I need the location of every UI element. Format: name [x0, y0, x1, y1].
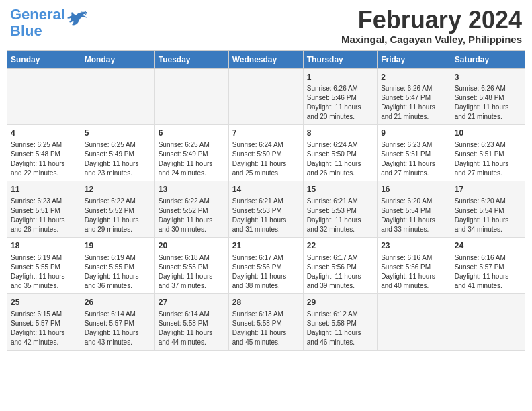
day-info: Sunrise: 6:12 AM Sunset: 5:58 PM Dayligh…	[307, 310, 373, 347]
day-cell: 13Sunrise: 6:22 AM Sunset: 5:52 PM Dayli…	[154, 181, 228, 238]
day-number: 10	[455, 128, 521, 139]
day-info: Sunrise: 6:25 AM Sunset: 5:49 PM Dayligh…	[85, 140, 151, 178]
day-info: Sunrise: 6:23 AM Sunset: 5:51 PM Dayligh…	[11, 197, 77, 234]
day-number: 28	[232, 297, 300, 308]
day-number: 19	[85, 240, 151, 252]
week-row-2: 4Sunrise: 6:25 AM Sunset: 5:48 PM Daylig…	[7, 125, 525, 181]
day-cell	[7, 68, 81, 125]
day-cell	[451, 293, 525, 350]
day-cell	[81, 68, 154, 125]
day-cell	[378, 293, 451, 350]
calendar-table: SundayMondayTuesdayWednesdayThursdayFrid…	[7, 50, 525, 351]
day-info: Sunrise: 6:13 AM Sunset: 5:58 PM Dayligh…	[232, 310, 300, 347]
day-cell: 3Sunrise: 6:26 AM Sunset: 5:48 PM Daylig…	[451, 68, 525, 125]
day-info: Sunrise: 6:26 AM Sunset: 5:46 PM Dayligh…	[307, 84, 373, 122]
day-number: 24	[455, 240, 521, 252]
day-cell: 26Sunrise: 6:14 AM Sunset: 5:57 PM Dayli…	[81, 293, 154, 350]
day-cell: 17Sunrise: 6:20 AM Sunset: 5:54 PM Dayli…	[451, 181, 525, 238]
header-cell-thursday: Thursday	[303, 50, 377, 68]
day-cell: 28Sunrise: 6:13 AM Sunset: 5:58 PM Dayli…	[228, 293, 303, 350]
day-cell: 24Sunrise: 6:16 AM Sunset: 5:57 PM Dayli…	[451, 237, 525, 293]
page-header: General Blue February 2024 Maxingal, Cag…	[7, 7, 525, 45]
day-number: 4	[11, 128, 77, 139]
header-cell-sunday: Sunday	[7, 50, 81, 68]
day-info: Sunrise: 6:22 AM Sunset: 5:52 PM Dayligh…	[85, 197, 151, 234]
day-cell: 10Sunrise: 6:23 AM Sunset: 5:51 PM Dayli…	[451, 125, 525, 181]
day-info: Sunrise: 6:19 AM Sunset: 5:55 PM Dayligh…	[85, 253, 151, 291]
day-info: Sunrise: 6:24 AM Sunset: 5:50 PM Dayligh…	[232, 140, 300, 178]
day-info: Sunrise: 6:23 AM Sunset: 5:51 PM Dayligh…	[381, 140, 447, 178]
day-info: Sunrise: 6:24 AM Sunset: 5:50 PM Dayligh…	[307, 140, 373, 178]
day-number: 16	[381, 184, 447, 195]
day-cell: 6Sunrise: 6:25 AM Sunset: 5:49 PM Daylig…	[154, 125, 228, 181]
day-info: Sunrise: 6:16 AM Sunset: 5:56 PM Dayligh…	[381, 253, 447, 291]
header-cell-tuesday: Tuesday	[154, 50, 228, 68]
day-number: 9	[381, 128, 447, 139]
title-section: February 2024 Maxingal, Cagayan Valley, …	[341, 7, 522, 45]
day-cell: 18Sunrise: 6:19 AM Sunset: 5:55 PM Dayli…	[7, 237, 81, 293]
day-info: Sunrise: 6:20 AM Sunset: 5:54 PM Dayligh…	[455, 197, 521, 234]
day-info: Sunrise: 6:14 AM Sunset: 5:57 PM Dayligh…	[85, 310, 151, 347]
day-info: Sunrise: 6:26 AM Sunset: 5:47 PM Dayligh…	[381, 84, 447, 122]
day-info: Sunrise: 6:15 AM Sunset: 5:57 PM Dayligh…	[11, 310, 77, 347]
day-info: Sunrise: 6:21 AM Sunset: 5:53 PM Dayligh…	[232, 197, 300, 234]
day-info: Sunrise: 6:17 AM Sunset: 5:56 PM Dayligh…	[232, 253, 300, 291]
day-number: 26	[85, 297, 151, 308]
day-number: 17	[455, 184, 521, 195]
day-number: 5	[85, 128, 151, 139]
week-row-3: 11Sunrise: 6:23 AM Sunset: 5:51 PM Dayli…	[7, 181, 525, 238]
day-cell	[154, 68, 228, 125]
day-number: 18	[11, 240, 77, 252]
day-number: 3	[455, 72, 521, 83]
day-cell: 20Sunrise: 6:18 AM Sunset: 5:55 PM Dayli…	[154, 237, 228, 293]
day-number: 20	[159, 240, 225, 252]
header-cell-saturday: Saturday	[451, 50, 525, 68]
day-cell: 19Sunrise: 6:19 AM Sunset: 5:55 PM Dayli…	[81, 237, 154, 293]
header-row: SundayMondayTuesdayWednesdayThursdayFrid…	[7, 50, 525, 68]
day-number: 13	[159, 184, 225, 195]
month-title: February 2024	[341, 7, 522, 34]
day-info: Sunrise: 6:16 AM Sunset: 5:57 PM Dayligh…	[455, 253, 521, 291]
day-cell: 22Sunrise: 6:17 AM Sunset: 5:56 PM Dayli…	[303, 237, 377, 293]
day-number: 7	[232, 128, 300, 139]
day-cell: 1Sunrise: 6:26 AM Sunset: 5:46 PM Daylig…	[303, 68, 377, 125]
day-number: 8	[307, 128, 373, 139]
day-info: Sunrise: 6:23 AM Sunset: 5:51 PM Dayligh…	[455, 140, 521, 178]
day-cell: 7Sunrise: 6:24 AM Sunset: 5:50 PM Daylig…	[228, 125, 303, 181]
day-number: 21	[232, 240, 300, 252]
day-number: 27	[159, 297, 225, 308]
day-info: Sunrise: 6:22 AM Sunset: 5:52 PM Dayligh…	[159, 197, 225, 234]
day-number: 14	[232, 184, 300, 195]
day-info: Sunrise: 6:20 AM Sunset: 5:54 PM Dayligh…	[381, 197, 447, 234]
day-cell	[228, 68, 303, 125]
week-row-1: 1Sunrise: 6:26 AM Sunset: 5:46 PM Daylig…	[7, 68, 525, 125]
day-cell: 25Sunrise: 6:15 AM Sunset: 5:57 PM Dayli…	[7, 293, 81, 350]
day-cell: 5Sunrise: 6:25 AM Sunset: 5:49 PM Daylig…	[81, 125, 154, 181]
calendar-body: 1Sunrise: 6:26 AM Sunset: 5:46 PM Daylig…	[7, 68, 525, 350]
day-info: Sunrise: 6:21 AM Sunset: 5:53 PM Dayligh…	[307, 197, 373, 234]
day-number: 11	[11, 184, 77, 195]
day-cell: 9Sunrise: 6:23 AM Sunset: 5:51 PM Daylig…	[378, 125, 451, 181]
day-cell: 15Sunrise: 6:21 AM Sunset: 5:53 PM Dayli…	[303, 181, 377, 238]
week-row-5: 25Sunrise: 6:15 AM Sunset: 5:57 PM Dayli…	[7, 293, 525, 350]
day-cell: 8Sunrise: 6:24 AM Sunset: 5:50 PM Daylig…	[303, 125, 377, 181]
day-cell: 11Sunrise: 6:23 AM Sunset: 5:51 PM Dayli…	[7, 181, 81, 238]
day-number: 12	[85, 184, 151, 195]
day-info: Sunrise: 6:18 AM Sunset: 5:55 PM Dayligh…	[159, 253, 225, 291]
day-cell: 23Sunrise: 6:16 AM Sunset: 5:56 PM Dayli…	[378, 237, 451, 293]
day-number: 2	[381, 72, 447, 83]
day-info: Sunrise: 6:25 AM Sunset: 5:49 PM Dayligh…	[159, 140, 225, 178]
day-number: 29	[307, 297, 373, 308]
day-cell: 12Sunrise: 6:22 AM Sunset: 5:52 PM Dayli…	[81, 181, 154, 238]
day-cell: 16Sunrise: 6:20 AM Sunset: 5:54 PM Dayli…	[378, 181, 451, 238]
header-cell-monday: Monday	[81, 50, 154, 68]
location-title: Maxingal, Cagayan Valley, Philippines	[341, 34, 522, 45]
day-cell: 14Sunrise: 6:21 AM Sunset: 5:53 PM Dayli…	[228, 181, 303, 238]
day-info: Sunrise: 6:14 AM Sunset: 5:58 PM Dayligh…	[159, 310, 225, 347]
day-cell: 27Sunrise: 6:14 AM Sunset: 5:58 PM Dayli…	[154, 293, 228, 350]
header-cell-friday: Friday	[378, 50, 451, 68]
day-info: Sunrise: 6:25 AM Sunset: 5:48 PM Dayligh…	[11, 140, 77, 178]
day-number: 1	[307, 72, 373, 83]
day-cell: 29Sunrise: 6:12 AM Sunset: 5:58 PM Dayli…	[303, 293, 377, 350]
calendar-header: SundayMondayTuesdayWednesdayThursdayFrid…	[7, 50, 525, 68]
